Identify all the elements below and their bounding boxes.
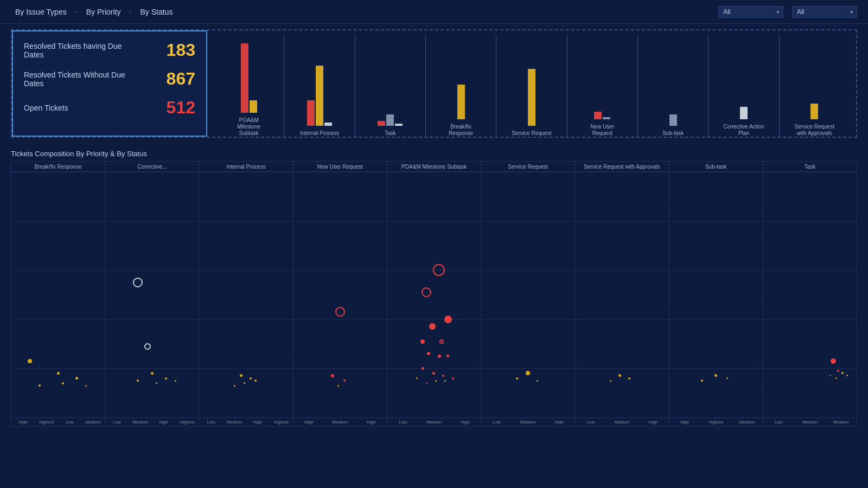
resolved-nodue-value: 867 — [167, 69, 195, 89]
year-select[interactable]: All — [792, 6, 857, 18]
scatter-dot-8-3 — [841, 372, 844, 374]
scatter-col-7: Sub-taskHighHighestMedium — [669, 162, 763, 426]
scatter-dot-3-3 — [337, 385, 339, 387]
scatter-dot-4-7 — [438, 355, 441, 358]
bars-row-2 — [378, 114, 403, 126]
gray-bar-6 — [669, 114, 677, 126]
x-label-5-0: Low — [481, 419, 512, 425]
x-label-3-0: High — [293, 419, 324, 425]
scatter-col-header-0: Break/fix Response — [11, 162, 105, 172]
bars-row-5 — [594, 112, 610, 119]
bar-label-6: Sub-task — [662, 130, 684, 137]
gray-bar-2 — [386, 114, 394, 126]
bar-chart: POA&M Milestone SubtaskInternal ProcessT… — [216, 35, 847, 137]
x-label-3-1: Medium — [324, 419, 355, 425]
tab-priority[interactable]: By Priority — [82, 5, 125, 18]
x-label-7-1: Highest — [700, 419, 731, 425]
scatter-col-header-1: Corrective... — [105, 162, 199, 172]
x-label-6-1: Medium — [607, 419, 637, 425]
bar-group-7: Corrective Action Plan — [711, 35, 776, 137]
bar-label-7: Corrective Action Plan — [723, 124, 764, 137]
resolved-due-value: 183 — [167, 40, 195, 60]
red-bar-1 — [307, 100, 315, 126]
scatter-col-footer-0: HighHighestLowMedium — [11, 418, 105, 426]
bar-group-8: Service Request with Approvals — [782, 35, 847, 137]
x-label-0-3: Medium — [81, 419, 105, 425]
header: By Issue Types - By Priority - By Status… — [0, 0, 868, 24]
scatter-col-header-2: Internal Process — [199, 162, 292, 172]
tab-issue-types[interactable]: By Issue Types — [11, 5, 71, 18]
scatter-col-footer-1: LowMediumHighHighest — [105, 418, 199, 426]
h-line-4-4 — [387, 368, 481, 369]
bar-label-8: Service Request with Approvals — [795, 124, 834, 137]
bar-label-3: Break/fix Response — [439, 124, 483, 137]
h-line-4-1 — [387, 221, 481, 222]
scatter-col-header-7: Sub-task — [669, 162, 763, 172]
h-line-5-2 — [481, 270, 575, 271]
bars-row-3 — [457, 85, 465, 119]
gold-bar-4 — [528, 69, 535, 126]
scatter-dot-8-0 — [831, 358, 836, 364]
h-line-6-3 — [575, 319, 668, 320]
scatter-dot-8-4 — [835, 377, 837, 379]
scatter-dot-0-2 — [75, 377, 78, 380]
scatter-chart: Break/fix ResponseHighHighestLowMediumCo… — [11, 161, 857, 427]
scatter-dot-1-2 — [151, 372, 154, 375]
summary-resolved-due: Resolved Tickets having Due Dates 183 — [24, 40, 195, 60]
scatter-dot-4-16 — [452, 377, 454, 380]
bar-group-3: Break/fix Response — [428, 35, 494, 137]
scatter-col-body-1 — [105, 172, 199, 418]
h-line-3-3 — [293, 319, 387, 320]
bar-label-0: POA&M Milestone Subtask — [227, 117, 271, 137]
bars-row-8 — [810, 104, 818, 119]
summary-resolved-nodue: Resolved Tickets Without Due Dates 867 — [24, 69, 195, 89]
scatter-col-body-2 — [199, 172, 292, 418]
bars-row-1 — [307, 66, 332, 126]
scatter-col-1: Corrective...LowMediumHighHighest — [105, 162, 199, 426]
x-label-0-1: Highest — [35, 419, 58, 425]
h-line-3-1 — [293, 221, 387, 222]
tab-status[interactable]: By Status — [136, 5, 177, 18]
scatter-dot-2-0 — [240, 374, 242, 377]
x-label-4-2: High — [450, 419, 481, 425]
h-line-3-0 — [293, 172, 387, 172]
white-bar-1 — [324, 123, 332, 126]
scatter-col-body-8 — [763, 172, 857, 418]
x-label-2-0: Low — [199, 419, 222, 425]
scatter-dot-1-1 — [144, 343, 151, 350]
scatter-col-footer-7: HighHighestMedium — [669, 418, 763, 426]
issue-type-select[interactable]: All — [718, 6, 783, 18]
scatter-dot-8-1 — [837, 370, 839, 372]
h-line-0-3 — [11, 319, 105, 320]
x-label-7-2: Medium — [731, 419, 762, 425]
bar-label-5: New User Request — [580, 124, 624, 137]
scatter-col-header-3: New User Request — [293, 162, 387, 172]
bar-group-0: POA&M Milestone Subtask — [216, 35, 282, 137]
bar-chart-area: POA&M Milestone SubtaskInternal ProcessT… — [207, 30, 856, 137]
scatter-col-footer-8: LowMediumMedium — [763, 418, 857, 426]
h-line-6-1 — [575, 221, 668, 222]
bar-sep-7 — [779, 35, 780, 137]
bars-row-6 — [669, 114, 677, 126]
scatter-dot-3-2 — [343, 380, 346, 382]
h-line-7-1 — [669, 221, 763, 222]
bar-sep-0 — [284, 35, 284, 137]
scatter-col-header-4: POA&M Milestone Subtask — [387, 162, 481, 172]
scatter-dot-4-2 — [444, 316, 452, 323]
scatter-dot-4-12 — [416, 377, 418, 379]
bar-sep-2 — [425, 35, 426, 137]
scatter-title: Tickets Composition By Priority & By Sta… — [11, 146, 857, 161]
bar-sep-3 — [496, 35, 496, 137]
scatter-col-body-6 — [575, 172, 668, 418]
sep2: - — [129, 8, 131, 16]
h-line-2-1 — [199, 221, 292, 222]
scatter-dot-4-9 — [422, 367, 424, 370]
h-line-6-2 — [575, 270, 668, 271]
scatter-col-2: Internal ProcessLowMediumHighHighest — [199, 162, 293, 426]
h-line-0-4 — [11, 368, 105, 369]
x-label-0-2: Low — [58, 419, 81, 425]
scatter-dot-4-5 — [439, 339, 444, 344]
scatter-dot-5-2 — [537, 380, 538, 382]
x-label-5-1: Medium — [513, 419, 544, 425]
scatter-dot-2-2 — [244, 382, 245, 384]
